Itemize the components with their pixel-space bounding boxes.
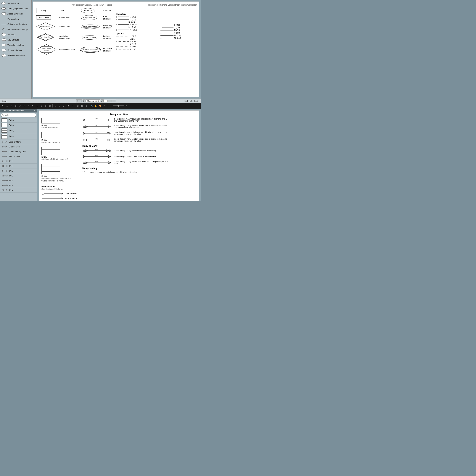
curved-btn[interactable]: ↪ (22, 104, 26, 108)
sidebar-item-identifying-relationship[interactable]: Identifying relationship (0, 6, 32, 11)
line-btn[interactable]: ╱ (26, 104, 31, 108)
participation-icon (1, 17, 6, 21)
sidebar-item-associative-entity[interactable]: Associative entity (0, 11, 32, 16)
shape2-btn[interactable]: ◇ (39, 104, 43, 108)
sidebar-bottom-item-m1-2[interactable]: M:1 (0, 164, 37, 169)
svg-text:Associative: Associative (42, 47, 51, 50)
sidebar-bottom-item-one-more[interactable]: One or More (0, 144, 37, 149)
svg-line-134 (61, 198, 63, 199)
svg-text:M:1: M:1 (95, 138, 98, 140)
relationships-label: Relationships (Cardinality and Modality) (41, 185, 79, 190)
line-tool[interactable]: ﹨ (53, 104, 57, 108)
sidebar-item-key-attribute[interactable]: Key attribute (0, 37, 32, 42)
sidebar-item-optional-participation[interactable]: Optional participation (0, 22, 32, 27)
cursor-btn[interactable]: ↖ (1, 104, 5, 108)
sidebar-item-recursive-relationship[interactable]: Recursive relationship (0, 27, 32, 32)
participations-cell: Mandatory 1 1 (0:1) 1 1 (115, 7, 160, 56)
one-one-row: 1:1 a one and only one notation on one s… (82, 171, 197, 173)
zoom-out-btn[interactable]: - (109, 104, 113, 108)
shape-btn[interactable]: ◈ (35, 104, 39, 108)
zoom-in-btn[interactable]: 🔍 (90, 104, 94, 108)
sidebar-item-relationship[interactable]: Relationship (0, 1, 32, 6)
color-btn[interactable]: 🎨 (98, 104, 102, 108)
ellipse-btn[interactable]: ⬭ (9, 104, 13, 108)
rect-btn[interactable]: ▭ (5, 104, 9, 108)
svg-point-43 (2, 141, 3, 142)
bend-tool[interactable]: ↙ (62, 104, 66, 108)
sidebar-item-label: M:1 (9, 175, 13, 177)
sidebar-bottom-item-entity3[interactable]: Entity (0, 128, 37, 133)
sidebar-bottom-item-entity2[interactable]: Entity (0, 122, 37, 128)
mm-icon-1 (1, 179, 8, 182)
vert-tool[interactable]: ⇵ (66, 104, 70, 108)
zoom-display[interactable]: Custom 79% (86, 100, 100, 102)
sidebar-bottom-item-entity4[interactable]: Entity (0, 133, 37, 139)
prev-btn[interactable]: ◀ (79, 100, 82, 102)
svg-line-132 (61, 198, 63, 199)
sidebar-bottom-item-m1-1[interactable]: M:1 (0, 159, 37, 164)
zoom-in-btn2[interactable]: + (125, 104, 129, 108)
sidebar-item-weak-key-attribute[interactable]: Weak key attribute (0, 42, 32, 48)
sidebar-item-attribute[interactable]: Attribute (0, 32, 32, 37)
connector-btn[interactable]: ⤡ (31, 104, 35, 108)
sidebar-bottom-item-m1-3[interactable]: M:1 (0, 169, 37, 173)
arrow-btn[interactable]: ↗ (18, 104, 22, 108)
multivalue-attr-name: Multivalue attribute (102, 43, 115, 56)
svg-text:M:1: M:1 (95, 118, 98, 120)
svg-line-125 (61, 193, 63, 194)
duplicate-btn[interactable]: ⊞ (44, 104, 48, 108)
pause-btn[interactable]: ⏸ (76, 100, 79, 102)
ungroup-btn[interactable]: ⊟ (80, 104, 84, 108)
m1-row-1: M:1 a one through many notation on one s… (82, 118, 197, 122)
svg-point-14 (2, 55, 5, 56)
zero-more-line (41, 192, 64, 195)
zoom-slider[interactable] (113, 105, 124, 106)
svg-point-10 (2, 44, 6, 46)
sidebar-item-label: M:M (9, 189, 13, 191)
search-input[interactable] (1, 113, 36, 117)
m1-row-2: M:1 a zero through many notation on one … (82, 125, 197, 129)
zoom-spinner[interactable]: ▲▼ (101, 100, 103, 102)
layer-btn[interactable]: ⊠ (84, 104, 88, 108)
pan-btn[interactable]: ✋ (94, 104, 98, 108)
svg-text:M:M: M:M (95, 155, 99, 156)
arrow-tool[interactable]: ↘ (57, 104, 62, 108)
group-btn[interactable]: ⊞ (76, 104, 80, 108)
sidebar-bottom-item-one-only[interactable]: One and only One (0, 149, 37, 154)
align-btn[interactable]: ⊟ (48, 104, 52, 108)
page-tab-1[interactable] (104, 100, 108, 102)
sidebar-bottom-item-mm-2[interactable]: M:M (0, 183, 37, 188)
page-tab-3[interactable] (112, 100, 116, 102)
diagram-table: Entity Entity Attribute Attribute Mandat… (35, 7, 197, 56)
sidebar-item-label: Relationship (7, 2, 19, 4)
next-btn[interactable]: ▶ (83, 100, 85, 102)
nav-controls: ⏸ ◀ ▶ Custom 79% ▲▼ (76, 100, 116, 102)
horiz-tool[interactable]: ⇄ (70, 104, 74, 108)
m1-svg-4: M:1 (82, 138, 112, 142)
zero-or-more-row: Zero or More (41, 192, 79, 195)
sidebar-bottom-item-zero-one[interactable]: Zero or One (0, 154, 37, 159)
entity-label-4: Entity (attributes field with columns an… (41, 175, 79, 182)
table-btn[interactable]: ⊞ (14, 104, 18, 108)
sidebar-item-participation[interactable]: Participation (0, 16, 32, 22)
sidebar-bottom-item-zero-more[interactable]: Zero or More (0, 139, 37, 144)
sidebar-item-multivalue-attribute[interactable]: Multivalue attribute (0, 53, 32, 58)
sidebar-bottom-item-mm-3[interactable]: M:M (0, 188, 37, 193)
page-tab-2[interactable] (108, 100, 112, 102)
mm-line-3: M:M (82, 161, 112, 165)
svg-line-131 (61, 197, 63, 198)
sidebar-bottom-close[interactable]: ✕ (34, 109, 35, 112)
sidebar-bottom-item-entity1[interactable]: Entity (0, 118, 37, 122)
associative-shape-cell: Associative Entity (35, 43, 58, 56)
recursive-header: Recursive Relationship Cardinality can b… (148, 4, 197, 6)
m1-desc-2: a zero through many notation on one side… (114, 125, 170, 129)
sidebar-bottom-item-mm-1[interactable]: M:M (0, 178, 37, 183)
weak-key-attr-name: Weak key attribute (102, 21, 115, 32)
shape-cell: Entity (35, 7, 58, 14)
m1-svg-3: M:1 (82, 132, 112, 135)
svg-text:Relationship: Relationship (40, 25, 51, 28)
pen-btn[interactable]: ✏ (102, 104, 106, 108)
svg-point-12 (2, 49, 6, 51)
sidebar-bottom-item-m1-4[interactable]: M:1 (0, 173, 37, 178)
sidebar-item-derived-attribute[interactable]: Derived attribute (0, 48, 32, 53)
